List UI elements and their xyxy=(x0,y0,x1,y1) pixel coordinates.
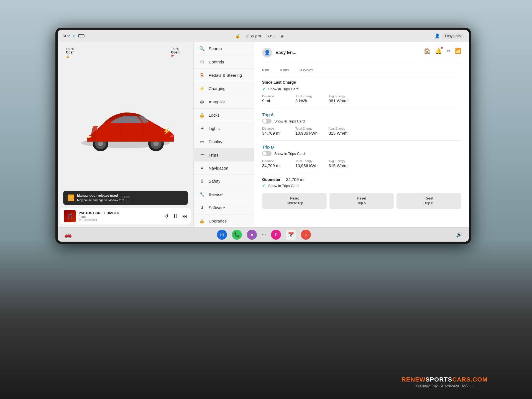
watermark-brand: RENEWSPORTSCARS.COM xyxy=(401,376,488,383)
since-last-charge-stats: Distance 9 mi Total Energy 3 kWh Avg. En… xyxy=(262,94,461,103)
reset-current-trip-button[interactable]: ResetCurrent Trip xyxy=(262,193,327,209)
frunk-title: Frunk xyxy=(66,47,75,50)
trip-a-avg-energy-label: Avg. Energy xyxy=(329,127,354,130)
calendar-button[interactable]: 📅 xyxy=(286,230,296,240)
menu-item-software[interactable]: ⬇ Software xyxy=(194,201,254,214)
trip-a-toggle-row: Show in Trips Card xyxy=(262,119,461,124)
trip-b-header: Trip B xyxy=(262,145,461,149)
content-panel: 👤 Easy En... 🏠 🔔 ✂ 📶 xyxy=(254,42,469,227)
menu-item-locks[interactable]: 🔒 Locks xyxy=(194,109,254,122)
menu-item-display[interactable]: ▭ Display xyxy=(194,135,254,149)
music-icon: ♪ xyxy=(305,232,307,237)
status-left: 14 % ❄ xyxy=(62,34,84,38)
menu-label-software: Software xyxy=(209,205,225,210)
since-avg-energy-label: Avg. Energy xyxy=(329,94,354,98)
trip-a-toggle-label[interactable]: Show in Trips Card xyxy=(274,119,305,123)
search-icon: 🔍 xyxy=(199,46,205,51)
status-center: 🔒 2:35 pm 30°F ◉ xyxy=(84,33,434,39)
reset-trip-a-button[interactable]: ResetTrip A xyxy=(329,193,394,209)
podcast-button[interactable]: 🎙 xyxy=(271,230,281,240)
screen-bezel: 14 % ❄ 🔒 2:35 pm 30°F ◉ 👤 Easy Entry xyxy=(55,28,471,244)
trip-b-total-energy: Total Energy 10,936 kWh xyxy=(295,159,320,168)
frunk-lock-icon: 🔓 xyxy=(66,55,75,58)
menu-panel: 🔍 Search ⚙ Controls 🪑 Pedals & Steering … xyxy=(193,42,254,227)
dots-button[interactable]: ··· xyxy=(262,232,266,237)
trip-a-toggle[interactable] xyxy=(262,119,272,124)
status-bar: 14 % ❄ 🔒 2:35 pm 30°F ◉ 👤 Easy Entry xyxy=(58,30,469,42)
since-avg-energy-value: 381 Wh/mi xyxy=(329,98,354,103)
menu-item-search[interactable]: 🔍 Search xyxy=(194,42,254,55)
display-icon: ▭ xyxy=(199,139,205,144)
divider-2 xyxy=(262,108,461,108)
controls-icon: ⚙ xyxy=(199,59,205,65)
since-last-charge-toggle-label[interactable]: Show in Trips Card xyxy=(268,87,299,91)
menu-item-pedals[interactable]: 🪑 Pedals & Steering xyxy=(194,69,254,82)
menu-item-controls[interactable]: ⚙ Controls xyxy=(194,55,254,69)
media-icon: ● xyxy=(250,232,253,237)
odometer-checkmark: ✔ xyxy=(262,183,265,188)
bell-icon[interactable]: 🔔 xyxy=(435,48,442,54)
menu-item-trips[interactable]: 〰 Trips xyxy=(194,149,254,162)
trip-b-toggle-label[interactable]: Show in Trips Card xyxy=(274,152,305,156)
bluetooth-button[interactable]: ⬡ xyxy=(217,230,227,240)
taskbar-right: 🔊 xyxy=(456,232,462,238)
play-pause-button[interactable]: ⏸ xyxy=(172,213,178,220)
trip-a-avg-energy-value: 315 Wh/mi xyxy=(329,131,354,135)
menu-item-upgrades[interactable]: 🔒 Upgrades xyxy=(194,214,254,227)
frunk-status: Open xyxy=(66,50,75,54)
easy-entry-label: Easy Entry xyxy=(445,34,461,38)
prev-button[interactable]: ↺ xyxy=(164,213,168,219)
menu-item-service[interactable]: 🔧 Service xyxy=(194,188,254,201)
trip-b-avg-energy-label: Avg. Energy xyxy=(329,159,354,163)
taskbar-center: ⬡ 📞 ● ··· 🎙 📅 ♪ xyxy=(217,230,311,240)
menu-label-service: Service xyxy=(209,192,222,197)
podcast-icon: 🎙 xyxy=(274,232,278,237)
menu-label-pedals: Pedals & Steering xyxy=(209,73,242,78)
watermark-cars: CARS.COM xyxy=(452,376,488,383)
menu-item-autopilot[interactable]: ◎ Autopilot xyxy=(194,95,254,109)
car-home-icon[interactable]: 🚗 xyxy=(64,231,72,238)
genre-icon: 🎙 xyxy=(79,218,81,221)
trip-a-section: Trip A Show in Trips Card Distance 34,70… xyxy=(262,112,461,135)
phone-button[interactable]: 📞 xyxy=(232,230,242,240)
calendar-icon: 📅 xyxy=(288,232,294,238)
locks-icon: 🔒 xyxy=(199,112,205,118)
trip-b-toggle[interactable] xyxy=(262,151,272,156)
menu-item-navigation[interactable]: ▲ Navigation xyxy=(194,162,254,175)
menu-item-lights[interactable]: ✦ Lights xyxy=(194,122,254,135)
menu-item-charging[interactable]: ⚡ Charging xyxy=(194,82,254,95)
stat-distance: 0 mi xyxy=(262,68,269,72)
song-info: PACTOS CON EL DIABLO Fepo 🎙 Paranormal xyxy=(79,211,162,221)
watermark-renew: RENEW xyxy=(401,376,426,383)
music-button[interactable]: ♪ xyxy=(301,230,311,240)
volume-icon[interactable]: 🔊 xyxy=(456,232,462,238)
signal-icon[interactable]: 📶 xyxy=(455,48,461,54)
artist-name: Fepo xyxy=(79,215,86,218)
reset-trip-b-button[interactable]: ResetTrip B xyxy=(397,193,461,209)
trips-icon: 〰 xyxy=(199,152,205,157)
song-title: PACTOS CON EL DIABLO xyxy=(79,211,162,215)
warning-title: Manual door release used xyxy=(77,193,124,198)
trip-a-total-energy-label: Total Energy xyxy=(295,127,320,130)
trip-b-total-energy-label: Total Energy xyxy=(295,159,320,163)
home-icon[interactable]: 🏠 xyxy=(424,48,431,54)
menu-label-autopilot: Autopilot xyxy=(209,99,225,104)
since-distance-label: Distance xyxy=(262,94,287,98)
odometer-toggle-label[interactable]: Show in Trips Card xyxy=(268,184,299,188)
since-last-charge-title: Since Last Charge xyxy=(262,80,461,85)
warning-text: Manual door release used May cause damag… xyxy=(77,193,124,202)
easy-entry-button[interactable]: Easy Entry xyxy=(442,33,464,39)
next-button[interactable]: ⏭ xyxy=(182,213,187,219)
scissors-icon[interactable]: ✂ xyxy=(446,48,451,54)
song-genre: 🎙 Paranormal xyxy=(79,218,162,221)
media-button[interactable]: ● xyxy=(247,230,257,240)
menu-label-locks: Locks xyxy=(209,113,219,117)
divider-3 xyxy=(262,140,461,141)
since-avg-energy: Avg. Energy 381 Wh/mi xyxy=(329,94,354,103)
menu-item-safety[interactable]: ℹ Safety xyxy=(194,175,254,188)
menu-label-lights: Lights xyxy=(209,126,220,131)
since-distance: Distance 9 mi xyxy=(262,94,287,103)
trip-a-total-energy-value: 10,936 kWh xyxy=(295,131,320,135)
odometer-label: Odometer xyxy=(262,177,280,182)
music-player: 🎵 PACTOS CON EL DIABLO Fepo 🎙 Paranormal xyxy=(60,208,191,224)
